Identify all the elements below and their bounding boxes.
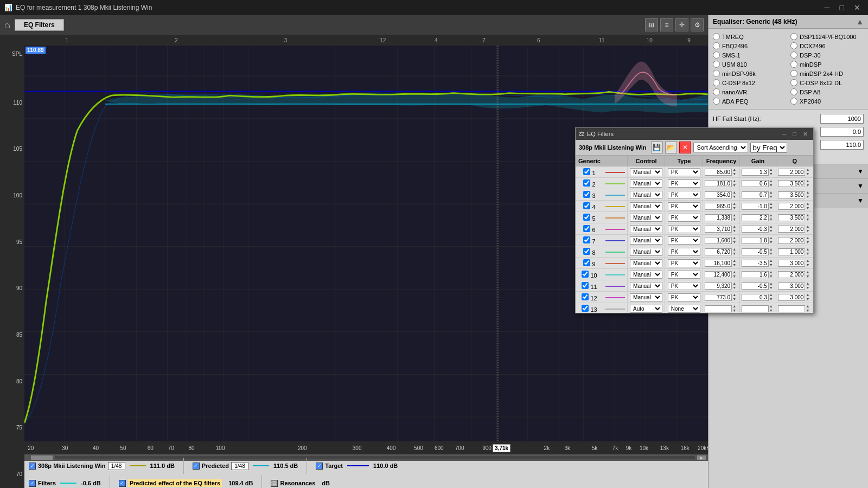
filter-freq-9[interactable]: ▲▼ (703, 258, 740, 269)
eq-option-minDSP96k[interactable]: minDSP-96k (713, 70, 786, 77)
eq-radio-SMS1[interactable] (713, 52, 720, 59)
filter-control-11[interactable]: Manual (627, 280, 665, 292)
eq-option-SMS1[interactable]: SMS-1 (713, 52, 786, 59)
filter-cb-7[interactable]: 7 (576, 235, 603, 246)
eq-save-icon[interactable]: 💾 (651, 142, 663, 153)
filter-freq-8[interactable]: ▲▼ (703, 246, 740, 258)
eq-radio-nanoAVR[interactable] (713, 88, 720, 95)
eq-load-icon[interactable]: 📂 (665, 142, 677, 153)
right-panel-close[interactable]: ▲ (856, 17, 864, 26)
filter-type-12[interactable]: PK (665, 292, 703, 303)
filter-cb-10[interactable]: 10 (576, 269, 603, 280)
filter-control-7[interactable]: Manual (627, 235, 665, 246)
filter-cb-12[interactable]: 12 (576, 292, 603, 303)
filter-gain-13[interactable]: ▲▼ (739, 303, 776, 313)
filter-q-5[interactable]: ▲▼ (776, 212, 813, 223)
filter-control-4[interactable]: Manual (627, 201, 665, 212)
filter-type-5[interactable]: PK (665, 212, 703, 223)
filter-q-3[interactable]: ▲▼ (776, 189, 813, 201)
filter-cb-11[interactable]: 11 (576, 280, 603, 292)
filter-cb-13[interactable]: 13 (576, 303, 603, 313)
eq-option-USM810[interactable]: USM 810 (713, 61, 786, 68)
eq-filters-minimize[interactable]: ─ (780, 131, 789, 138)
eq-option-CDSP8x12DL[interactable]: C-DSP 8x12 DL (790, 79, 864, 86)
filter-gain-3[interactable]: ▲▼ (739, 189, 776, 201)
legend-cb-filters[interactable]: ✓ (29, 480, 36, 487)
filter-control-8[interactable]: Manual (627, 246, 665, 258)
hf-fall-slope-input[interactable] (820, 127, 864, 137)
eq-radio-minDSP2x4HD[interactable] (790, 70, 797, 77)
filter-cb-9[interactable]: 9 (576, 258, 603, 269)
filter-type-4[interactable]: PK (665, 201, 703, 212)
filter-type-13[interactable]: None (665, 303, 703, 313)
filter-q-11[interactable]: ▲▼ (776, 280, 813, 292)
eq-option-DSP30[interactable]: DSP-30 (790, 52, 864, 59)
filter-gain-2[interactable]: ▲▼ (739, 178, 776, 189)
filter-control-5[interactable]: Manual (627, 212, 665, 223)
target-level-input[interactable] (820, 140, 864, 150)
legend-cb-resonances[interactable]: □ (271, 480, 278, 487)
filter-control-3[interactable]: Manual (627, 189, 665, 201)
eq-filters-close[interactable]: ✕ (801, 131, 810, 138)
move-icon[interactable]: ✛ (675, 18, 688, 31)
eq-option-minDSP2x4HD[interactable]: minDSP 2x4 HD (790, 70, 864, 77)
eq-radio-DSP1124P[interactable] (790, 33, 797, 40)
eq-option-CDSP8x12[interactable]: C-DSP 8x12 (713, 79, 786, 86)
eq-radio-minDSP[interactable] (790, 61, 797, 68)
filter-gain-11[interactable]: ▲▼ (739, 280, 776, 292)
filter-control-13[interactable]: Auto (627, 303, 665, 313)
eq-option-minDSP[interactable]: minDSP (790, 61, 864, 68)
filter-control-12[interactable]: Manual (627, 292, 665, 303)
eq-option-FBQ2496[interactable]: FBQ2496 (713, 42, 786, 49)
filter-cb-3[interactable]: 3 (576, 189, 603, 201)
filter-control-2[interactable]: Manual (627, 178, 665, 189)
filter-cb-1[interactable]: 1 (576, 166, 603, 178)
filters-table-container[interactable]: Generic Control Type Frequency Gain Q 1M… (576, 156, 813, 313)
filter-freq-3[interactable]: ▲▼ (703, 189, 740, 201)
filter-gain-9[interactable]: ▲▼ (739, 258, 776, 269)
filter-q-13[interactable]: ▲▼ (776, 303, 813, 313)
filter-cb-8[interactable]: 8 (576, 246, 603, 258)
filter-q-1[interactable]: ▲▼ (776, 166, 813, 178)
filter-freq-7[interactable]: ▲▼ (703, 235, 740, 246)
eq-radio-USM810[interactable] (713, 61, 720, 68)
gear-icon[interactable]: ⚙ (691, 18, 704, 31)
close-button[interactable]: ✕ (851, 2, 864, 13)
by-freq-select[interactable]: by Freq (750, 143, 787, 153)
sort-select[interactable]: Sort Ascending (693, 143, 748, 152)
filter-control-9[interactable]: Manual (627, 258, 665, 269)
eq-filters-maximize[interactable]: □ (790, 131, 799, 138)
maximize-button[interactable]: □ (837, 2, 847, 13)
filter-freq-11[interactable]: ▲▼ (703, 280, 740, 292)
filter-q-8[interactable]: ▲▼ (776, 246, 813, 258)
eq-filters-button[interactable]: EQ Filters (15, 19, 64, 31)
filter-q-2[interactable]: ▲▼ (776, 178, 813, 189)
eq-option-DCX2496[interactable]: DCX2496 (790, 42, 864, 49)
eq-radio-DSPA8[interactable] (790, 88, 797, 95)
eq-radio-DSP30[interactable] (790, 52, 797, 59)
filter-freq-12[interactable]: ▲▼ (703, 292, 740, 303)
filter-gain-8[interactable]: ▲▼ (739, 246, 776, 258)
filter-control-10[interactable]: Manual (627, 269, 665, 280)
filter-gain-5[interactable]: ▲▼ (739, 212, 776, 223)
eq-delete-icon[interactable]: ✕ (679, 142, 691, 153)
legend-cb-measurement[interactable]: ✓ (29, 463, 36, 470)
filter-control-1[interactable]: Manual (627, 166, 665, 178)
filter-type-11[interactable]: PK (665, 280, 703, 292)
eq-radio-XP2040[interactable] (790, 98, 797, 105)
home-icon[interactable]: ⌂ (4, 20, 10, 31)
minimize-button[interactable]: ─ (821, 2, 833, 13)
lines-icon[interactable]: ≡ (660, 18, 673, 31)
filter-type-3[interactable]: PK (665, 189, 703, 201)
filter-gain-10[interactable]: ▲▼ (739, 269, 776, 280)
filter-freq-13[interactable]: ▲▼ (703, 303, 740, 313)
filter-type-1[interactable]: PK (665, 166, 703, 178)
filter-gain-4[interactable]: ▲▼ (739, 201, 776, 212)
filter-type-7[interactable]: PK (665, 235, 703, 246)
filter-q-9[interactable]: ▲▼ (776, 258, 813, 269)
filter-q-4[interactable]: ▲▼ (776, 201, 813, 212)
filter-cb-4[interactable]: 4 (576, 201, 603, 212)
legend-cb-predicted-effect[interactable]: ✓ (119, 480, 126, 487)
filter-gain-1[interactable]: ▲▼ (739, 166, 776, 178)
filter-freq-5[interactable]: ▲▼ (703, 212, 740, 223)
